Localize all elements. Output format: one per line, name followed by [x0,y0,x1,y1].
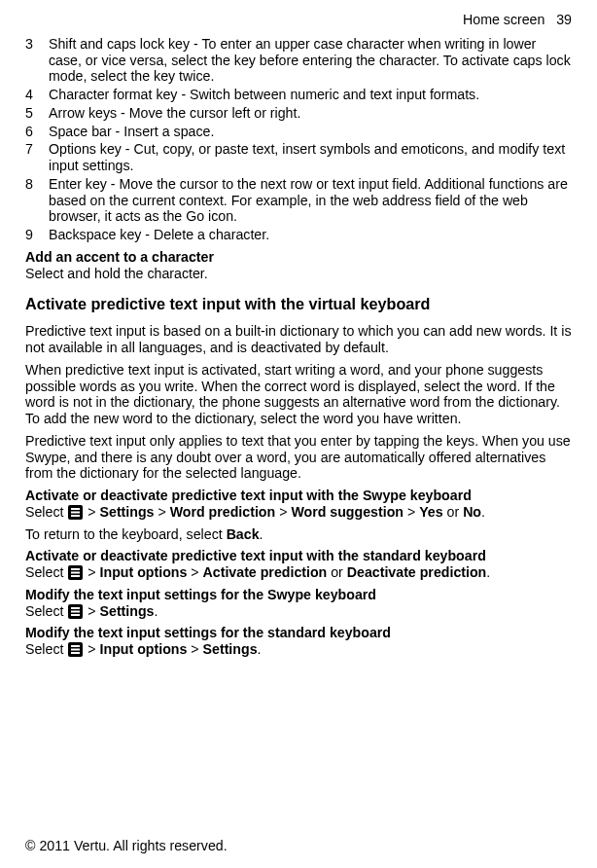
swype-settings-path: Select > Settings. [25,603,572,620]
item-number: 4 [25,87,49,103]
header-section: Home screen [463,12,544,27]
path-word-prediction: Word prediction [170,504,276,520]
period: . [486,564,490,580]
swype-predict-heading: Activate or deactivate predictive text i… [25,488,572,504]
swype-settings-block: Modify the text input settings for the S… [25,587,572,620]
select-label: Select [25,603,67,619]
sep: > [404,504,419,520]
menu-icon [68,642,83,657]
list-item: 3 Shift and caps lock key - To enter an … [25,36,572,85]
path-settings: Settings [100,504,155,520]
path-no: No [463,504,481,520]
item-text: Shift and caps lock key - To enter an up… [49,36,572,85]
std-predict-path: Select > Input options > Activate predic… [25,564,572,581]
list-item: 9 Backspace key - Delete a character. [25,227,572,243]
swype-return-line: To return to the keyboard, select Back. [25,526,572,543]
period: . [481,504,485,520]
list-item: 7 Options key - Cut, copy, or paste text… [25,141,572,174]
list-item: 8 Enter key - Move the cursor to the nex… [25,176,572,225]
predictive-heading: Activate predictive text input with the … [25,295,572,313]
return-post: . [260,526,263,542]
path-word-suggestion: Word suggestion [291,504,404,520]
path-deactivate: Deactivate prediction [347,564,487,580]
std-settings-path: Select > Input options > Settings. [25,641,572,658]
sep: > [84,564,99,580]
return-pre: To return to the keyboard, select [25,526,227,542]
item-number: 7 [25,141,49,174]
accent-block: Add an accent to a character Select and … [25,249,572,282]
page-footer: © 2011 Vertu. All rights reserved. [25,838,572,854]
path-input-options: Input options [100,564,188,580]
item-text: Arrow keys - Move the cursor left or rig… [49,105,572,122]
or-label: or [443,504,464,520]
item-text: Character format key - Switch between nu… [49,87,572,103]
item-text: Options key - Cut, copy, or paste text, … [49,141,572,174]
sep: > [155,504,170,520]
item-number: 9 [25,227,49,243]
sep: > [84,641,99,657]
header-page-number: 39 [556,12,572,27]
or-label: or [327,564,347,580]
path-settings: Settings [100,603,155,619]
item-text: Enter key - Move the cursor to the next … [49,176,572,225]
sep: > [187,564,202,580]
menu-icon [68,565,83,580]
std-settings-heading: Modify the text input settings for the s… [25,625,572,641]
select-label: Select [25,504,67,520]
path-activate: Activate prediction [203,564,328,580]
predictive-p3: Predictive text input only applies to te… [25,433,572,482]
menu-icon [68,604,83,619]
std-predict-heading: Activate or deactivate predictive text i… [25,548,572,564]
path-input-options: Input options [100,641,188,657]
item-number: 3 [25,36,49,85]
accent-body: Select and hold the character. [25,266,572,282]
sep: > [187,641,202,657]
item-text: Backspace key - Delete a character. [49,227,572,243]
item-number: 8 [25,176,49,225]
sep: > [84,603,99,619]
item-text: Space bar - Insert a space. [49,124,572,140]
item-number: 6 [25,124,49,140]
std-settings-block: Modify the text input settings for the s… [25,625,572,658]
swype-predict-block: Activate or deactivate predictive text i… [25,488,572,521]
swype-predict-path: Select > Settings > Word prediction > Wo… [25,504,572,521]
select-label: Select [25,564,67,580]
list-item: 4 Character format key - Switch between … [25,87,572,103]
predictive-p2: When predictive text input is activated,… [25,362,572,427]
list-item: 5 Arrow keys - Move the cursor left or r… [25,105,572,122]
path-yes: Yes [419,504,442,520]
path-settings: Settings [203,641,258,657]
numbered-list: 3 Shift and caps lock key - To enter an … [25,36,572,243]
accent-heading: Add an accent to a character [25,249,572,266]
period: . [155,603,158,619]
page-header: Home screen 39 [25,12,572,28]
list-item: 6 Space bar - Insert a space. [25,124,572,140]
predictive-p1: Predictive text input is based on a buil… [25,323,572,356]
sep: > [84,504,99,520]
select-label: Select [25,641,67,657]
sep: > [275,504,291,520]
swype-settings-heading: Modify the text input settings for the S… [25,587,572,603]
menu-icon [68,505,83,520]
std-predict-block: Activate or deactivate predictive text i… [25,548,572,581]
back-label: Back [227,526,260,542]
item-number: 5 [25,105,49,122]
period: . [258,641,262,657]
